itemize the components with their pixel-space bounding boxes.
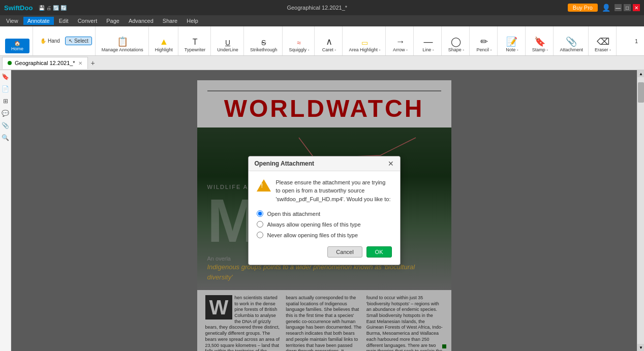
menu-page[interactable]: Page: [102, 17, 124, 25]
maximize-button[interactable]: □: [624, 4, 631, 11]
hand-icon: ✋: [40, 38, 46, 44]
new-tab-button[interactable]: +: [88, 58, 98, 68]
caret-icon: ∧: [326, 37, 332, 46]
note-label: Note -: [506, 47, 518, 52]
manage-annotations-button[interactable]: 📋 Manage Annotations: [100, 36, 145, 53]
close-button[interactable]: ✕: [633, 4, 640, 11]
option-always-allow[interactable]: Always allow opening files of this type: [257, 221, 392, 228]
menu-help[interactable]: Help: [182, 17, 202, 25]
radio-always-allow[interactable]: [257, 221, 263, 228]
doc-tab-bar: Geographical 12.2021_* ✕ +: [0, 56, 644, 70]
manage-annotations-label: Manage Annotations: [102, 47, 143, 52]
shape-button[interactable]: ◯ Shape -: [446, 36, 466, 53]
squiggly-button[interactable]: ≈ Squiggly -: [287, 38, 311, 53]
ribbon-group-attachment: 📎 Attachment: [555, 26, 589, 55]
note-button[interactable]: 📝 Note -: [502, 36, 522, 53]
option-never-allow[interactable]: Never allow opening files of this type: [257, 232, 392, 238]
highlight-button[interactable]: ▲ Highlight: [153, 36, 175, 53]
top-right: Buy Pro 👤 — □ ✕: [568, 4, 640, 12]
stamp-icon: 🔖: [534, 37, 545, 46]
ribbon-group-home: 🏠 Home: [2, 26, 33, 55]
menu-advanced[interactable]: Advanced: [125, 17, 158, 25]
attachment-button[interactable]: 📎 Attachment: [558, 36, 585, 53]
shape-icon: ◯: [451, 37, 461, 46]
title-bar: SwiftDoo 💾 🖨 🔃 🔄 Geographical 12.2021_* …: [0, 0, 644, 15]
manage-annotations-icon: 📋: [117, 37, 128, 46]
underline-button[interactable]: U UnderLine: [215, 38, 240, 53]
strikethrough-button[interactable]: S Strikethrough: [248, 38, 280, 53]
doc-tab[interactable]: Geographical 12.2021_* ✕: [2, 57, 88, 69]
sidebar-thumbnail-icon[interactable]: ⊞: [1, 97, 10, 106]
cancel-button[interactable]: Cancel: [327, 246, 362, 258]
doc-tab-name: Geographical 12.2021_*: [15, 60, 75, 66]
underline-icon: U: [225, 39, 230, 46]
typewriter-icon: T: [193, 38, 198, 46]
right-scrollbar: ▲ ▼: [637, 70, 644, 351]
ribbon: 🏠 Home ✋ Hand ↖ Select 📋 Manage Annotati…: [0, 26, 644, 56]
stamp-button[interactable]: 🔖 Stamp -: [530, 36, 550, 53]
arrow-button[interactable]: → Arrow -: [390, 36, 410, 53]
pencil-icon: ✏: [480, 37, 488, 46]
pencil-button[interactable]: ✏ Pencil -: [474, 36, 494, 53]
option-open-attachment[interactable]: Open this attachment: [257, 210, 392, 217]
ribbon-group-shape: ◯ Shape -: [443, 26, 470, 55]
menu-edit[interactable]: Edit: [55, 17, 73, 25]
caret-label: Caret -: [322, 47, 336, 52]
menu-share[interactable]: Share: [159, 17, 181, 25]
close-tab-button[interactable]: ✕: [78, 60, 82, 66]
home-label: Home: [11, 46, 23, 51]
radio-open-attachment[interactable]: [257, 210, 263, 217]
scroll-down-button[interactable]: ▼: [637, 344, 644, 351]
minimize-button[interactable]: —: [615, 4, 622, 11]
typewriter-button[interactable]: T Typewriter: [182, 37, 208, 53]
arrow-label: Arrow -: [393, 47, 408, 52]
scroll-thumb[interactable]: [638, 82, 644, 103]
highlight-icon: ▲: [159, 37, 168, 46]
select-button[interactable]: ↖ Select: [65, 37, 92, 45]
menu-annotate[interactable]: Annotate: [23, 17, 54, 25]
eraser-icon: ⌫: [597, 37, 609, 46]
arrow-icon: →: [395, 37, 405, 46]
caret-button[interactable]: ∧ Caret -: [319, 36, 339, 53]
line-button[interactable]: — Line -: [418, 36, 438, 53]
ribbon-group-arrow: → Arrow -: [387, 26, 414, 55]
buy-pro-button[interactable]: Buy Pro: [568, 4, 598, 12]
menu-convert[interactable]: Convert: [74, 17, 102, 25]
hand-button[interactable]: ✋ Hand: [37, 37, 63, 45]
ribbon-group-area-highlight: ▭ Area Highlight -: [344, 26, 386, 55]
ribbon-group-eraser: ⌫ Eraser -: [590, 26, 617, 55]
typewriter-label: Typewriter: [185, 47, 206, 52]
ok-button[interactable]: OK: [366, 246, 392, 258]
toolbar-icons: 💾 🖨 🔃 🔄: [39, 5, 66, 11]
ribbon-group-underline: U UnderLine: [212, 26, 244, 55]
menu-view[interactable]: View: [2, 17, 22, 25]
eraser-button[interactable]: ⌫ Eraser -: [593, 36, 613, 53]
opening-attachment-modal: Opening Attachment ✕ Please ensure the a…: [248, 156, 401, 266]
sidebar-attachment-icon[interactable]: 📎: [1, 121, 10, 130]
note-icon: 📝: [506, 37, 517, 46]
modal-title: Opening Attachment: [255, 160, 315, 167]
ribbon-page-number: 1: [635, 38, 638, 44]
attachment-icon: 📎: [566, 37, 577, 46]
sidebar-search-icon[interactable]: 🔍: [1, 133, 10, 142]
modal-close-button[interactable]: ✕: [388, 159, 394, 168]
ribbon-group-hand-select: ✋ Hand ↖ Select: [34, 26, 96, 55]
modal-body: Please ensure the attachment you are try…: [249, 171, 400, 265]
modal-message: Please ensure the attachment you are try…: [276, 178, 392, 204]
ribbon-group-squiggly: ≈ Squiggly -: [284, 26, 315, 55]
sidebar-bookmark-icon[interactable]: 🔖: [1, 72, 10, 81]
area-highlight-button[interactable]: ▭ Area Highlight -: [347, 38, 382, 53]
warning-icon: [257, 178, 271, 193]
sidebar-page-icon[interactable]: 📄: [1, 84, 10, 93]
scroll-up-button[interactable]: ▲: [637, 70, 644, 77]
line-icon: —: [423, 37, 433, 46]
ribbon-group-pencil: ✏ Pencil -: [471, 26, 498, 55]
window-controls: — □ ✕: [615, 4, 640, 11]
radio-never-allow[interactable]: [257, 232, 263, 238]
home-button[interactable]: 🏠 Home: [5, 39, 29, 53]
ribbon-group-typewriter: T Typewriter: [179, 26, 211, 55]
ribbon-group-manage-annotations: 📋 Manage Annotations: [97, 26, 149, 55]
modal-footer: Cancel OK: [257, 246, 392, 258]
user-icon[interactable]: 👤: [602, 4, 610, 12]
sidebar-comment-icon[interactable]: 💬: [1, 109, 10, 118]
